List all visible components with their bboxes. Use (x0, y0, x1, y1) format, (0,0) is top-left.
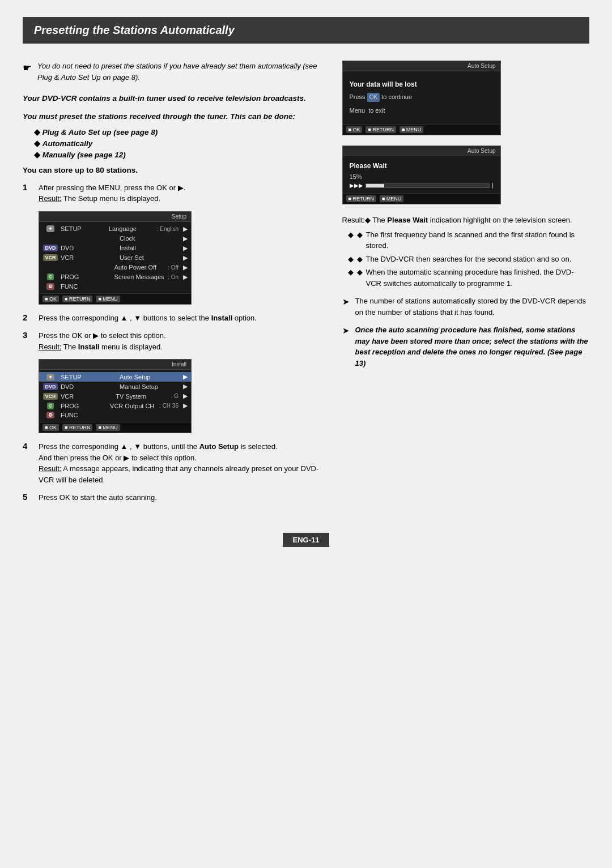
menu-row-func: ⚙ FUNC (39, 282, 191, 291)
screen1-line2: Menu to exit (350, 106, 494, 115)
menu-label-setup: SETUP (61, 225, 107, 232)
screen1-footer: ■ OK ■ RETURN ■ MENU (343, 124, 500, 135)
screen1-body: Your data will be lost Press OK to conti… (343, 71, 500, 124)
menu-arrow-autopoweroff: ▶ (181, 264, 188, 271)
setup-icon-1: ✦ (46, 225, 54, 232)
install-prog-label: PROG (61, 403, 108, 409)
step-1: 1 After pressing the MENU, press the OK … (23, 182, 325, 204)
step-3-num: 3 (23, 330, 33, 340)
menu-dvd-label: DVD (61, 245, 117, 251)
install-footer-return: ■ RETURN (62, 424, 92, 431)
menu-arrow-screenmsg: ▶ (181, 273, 188, 281)
progress-percent: 15% (350, 173, 494, 180)
setup-menu-body: ✦ SETUP Language : English ▶ Clock ▶ (39, 222, 191, 293)
result-bullet-1: ◆The first frequency band is scanned and… (342, 229, 590, 251)
screen2-return-btn: ■ RETURN (346, 195, 376, 202)
menu-value-language: : English (157, 226, 178, 232)
screen2-header: Auto Setup (343, 146, 500, 156)
install-arrow-tvsystem: ▶ (181, 392, 188, 400)
step-3-content: Press the OK or ▶ to select this option.… (39, 330, 325, 352)
step-4-num: 4 (23, 441, 33, 451)
setup-menu-screen: Setup ✦ SETUP Language : English ▶ Clock (39, 211, 192, 305)
progress-end-marker: | (492, 182, 494, 189)
menu-row-vcr-userset: VCR VCR User Set ▶ (39, 253, 191, 263)
step-3: 3 Press the OK or ▶ to select this optio… (23, 330, 325, 352)
auto-setup-screen-1: Auto Setup Your data will be lost Press … (342, 61, 501, 135)
menu-row-clock: Clock ▶ (39, 234, 191, 243)
menu-userset-label: User Set (120, 254, 176, 261)
note-icon: ☛ (23, 62, 32, 74)
store-text: You can store up to 80 stations. (23, 166, 325, 174)
install-row-vcr-output: © PROG VCR Output CH : CH 36 ▶ (39, 401, 191, 411)
step-1-num: 1 (23, 182, 33, 192)
menu-vcr-label1: VCR (61, 254, 117, 261)
install-menu-header: Install (39, 360, 191, 370)
right-column: Auto Setup Your data will be lost Press … (342, 61, 590, 510)
menu-row-prog: © PROG Screen Messages : On ▶ (39, 272, 191, 282)
footer-ok-btn: ■ OK (42, 296, 59, 302)
note-text: You do not need to preset the stations i… (37, 61, 325, 83)
prog-icon-1: © (47, 273, 54, 280)
install-vcr-label: VCR (61, 393, 113, 400)
menu-clock: Clock (120, 235, 176, 242)
vcr-output-value: : CH 36 (159, 403, 178, 409)
menu-func-label: FUNC (61, 283, 117, 290)
arrow-symbol-1: ➤ (342, 296, 350, 318)
screen1-menu-btn: ■ MENU (400, 126, 423, 133)
screen1-line1: Press OK to continue (350, 93, 494, 102)
install-menu-footer: ■ OK ■ RETURN ■ MENU (39, 422, 191, 433)
progress-bar (366, 183, 490, 188)
install-row-func: ⚙ FUNC (39, 411, 191, 420)
install-func-label: FUNC (61, 412, 123, 418)
menu-prog-label: PROG (61, 273, 112, 280)
screen2-menu-btn: ■ MENU (380, 195, 403, 202)
install-arrow-manual: ▶ (181, 383, 188, 390)
func-icon-1: ⚙ (46, 283, 54, 290)
result-block: Result:◆ The Please Wait indication high… (342, 215, 590, 289)
manual-setup-label: Manual Setup (120, 383, 176, 390)
install-row-tvsystem: VCR VCR TV System : G ▶ (39, 391, 191, 401)
see-page-ref: (See page 13) (355, 348, 583, 367)
menu-arrow-clock: ▶ (181, 235, 188, 242)
menu-screenmsg-value: : On (168, 274, 178, 280)
result-intro: Result:◆ The Please Wait indication high… (342, 215, 590, 226)
result-bullet-2: ◆The DVD-VCR then searches for the secon… (342, 254, 590, 265)
dvd-icon-2: DVD (43, 383, 57, 390)
menu-row-dvd: DVD DVD Install ▶ (39, 243, 191, 253)
footer-return-btn: ■ RETURN (62, 296, 92, 302)
step-4: 4 Press the corresponding ▲ , ▼ buttons,… (23, 441, 325, 485)
menu-screenmsg-label: Screen Messages (114, 273, 166, 280)
step-4-content: Press the corresponding ▲ , ▼ buttons, u… (39, 441, 325, 485)
screen2-footer: ■ RETURN ■ MENU (343, 193, 500, 204)
install-row-autosetup: ✦ SETUP Auto Setup ▶ (39, 372, 191, 382)
step-5-content: Press OK to start the auto scanning. (39, 492, 325, 503)
step-1-content: After pressing the MENU, press the OK or… (39, 182, 325, 204)
screen1-title: Your data will be lost (350, 80, 494, 88)
menu-row-autopoweroff: Auto Power Off : Off ▶ (39, 263, 191, 272)
progress-arrows-icon: ▶▶▶ (350, 182, 363, 189)
dvd-icon: DVD (43, 245, 57, 251)
note-box: ☛ You do not need to preset the stations… (23, 61, 325, 83)
screen1-header: Auto Setup (343, 61, 500, 71)
page-title: Presetting the Stations Automatically (23, 17, 589, 44)
step-5-num: 5 (23, 492, 33, 502)
step-1-text: After pressing the MENU, press the OK or… (39, 183, 185, 192)
install-footer-ok: ■ OK (42, 424, 59, 431)
step-1-result: Result: The Setup menu is displayed. (39, 194, 160, 203)
install-arrow-vcr: ▶ (181, 402, 188, 409)
menu-autopoweroff-label: Auto Power Off (114, 264, 166, 271)
screen1-return-btn: ■ RETURN (366, 126, 396, 133)
content-wrapper: ☛ You do not need to preset the stations… (23, 61, 589, 510)
bullet-item-1: Plug & Auto Set up (see page 8) (34, 127, 325, 136)
auto-setup-screen-2: Auto Setup Please Wait 15% ▶▶▶ | ■ RETUR… (342, 146, 501, 204)
please-wait-text: Please Wait (350, 162, 494, 170)
func-icon-2: ⚙ (46, 412, 54, 418)
bold-note-text: Once the auto scanning procedure has fin… (355, 324, 590, 369)
menu-autopoweroff-value: : Off (168, 264, 178, 271)
progress-fill (366, 184, 385, 187)
step-2: 2 Press the corresponding ▲ , ▼ buttons … (23, 313, 325, 324)
menu-arrow-userset: ▶ (181, 254, 188, 262)
install-footer-menu: ■ MENU (96, 424, 120, 431)
install-dvd-label: DVD (61, 383, 117, 390)
result-bullet-3: ◆When the automatic scanning procedure h… (342, 267, 590, 289)
